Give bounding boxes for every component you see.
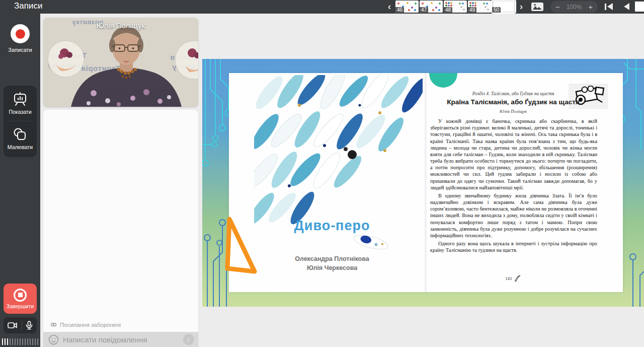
chevron-right-icon: › xyxy=(520,2,523,12)
image-button[interactable] xyxy=(529,1,545,13)
camera-icon xyxy=(8,322,18,329)
thumbnail-number: 46 xyxy=(395,7,404,13)
chat-panel: Посилання заборонені ↑ xyxy=(43,110,198,347)
sidebar: Записати Показати Малювати xyxy=(0,14,40,347)
divider xyxy=(22,321,22,330)
story-paragraph: Одного разу вона щось шукала в інтернеті… xyxy=(430,240,597,253)
slide-thumbnail-49[interactable]: 49 xyxy=(468,1,491,13)
story-paragraph: У кожній домівці є баночка, скринька або… xyxy=(430,118,597,191)
small-feather-decoration xyxy=(347,232,395,253)
record-button[interactable] xyxy=(11,24,30,43)
shapes-icon xyxy=(13,127,28,142)
end-label: Завершити xyxy=(7,303,34,309)
speaker-name: Юлія Поліщук xyxy=(43,21,198,30)
emoji-icon[interactable] xyxy=(48,334,59,345)
story-paragraph: В одному звичайному будинку жила дівчинк… xyxy=(430,192,597,239)
send-message-button[interactable]: ↑ xyxy=(183,334,194,345)
skip-start-icon xyxy=(605,4,606,10)
zoom-out-button[interactable]: − xyxy=(555,3,560,11)
thumbnail-number: 48 xyxy=(444,7,452,13)
feathers-artwork: . xyxy=(254,75,423,234)
story-author: Юлія Поліщук xyxy=(430,109,596,114)
record-label: Записати xyxy=(0,47,40,53)
presentation-board-icon xyxy=(13,92,28,107)
logo-circle xyxy=(48,41,84,77)
show-label: Показати xyxy=(9,109,31,115)
zoom-in-button[interactable]: + xyxy=(588,3,593,11)
chapter-heading: Розділ 4. Талісман, або Ґудзик на щастя xyxy=(430,91,596,96)
slide-thumbnail-strip: 46 47 48 49 50 xyxy=(395,1,515,13)
go-to-first-slide-button[interactable] xyxy=(605,2,613,11)
draw-label: Малювати xyxy=(8,144,33,150)
thumbnail-number: 47 xyxy=(420,7,428,13)
audio-level-meter xyxy=(2,338,38,345)
chat-messages-area[interactable] xyxy=(43,110,198,318)
microphone-icon xyxy=(26,321,33,330)
zoom-level: 100% xyxy=(567,4,582,11)
link-icon xyxy=(50,321,57,328)
tools-panel: Показати Малювати xyxy=(4,86,37,157)
av-controls xyxy=(4,317,37,333)
thumbnails-prev-button[interactable]: ‹ xyxy=(384,0,394,14)
stop-icon xyxy=(14,289,27,302)
page-footer: 143 xyxy=(430,275,596,282)
logo-circle xyxy=(175,41,198,79)
slide-thumbnail-48[interactable]: 48 xyxy=(444,1,467,13)
speaker-video-tile[interactable]: розвитку Територія розвитку Територія Те… xyxy=(43,18,198,107)
chevron-left-icon: ‹ xyxy=(388,2,391,12)
page-number: 143 xyxy=(505,276,512,281)
arrow-left-icon xyxy=(624,3,629,10)
presentation-slide[interactable]: . xyxy=(202,59,644,307)
speaker-photo xyxy=(43,18,198,107)
thumbnails-next-button[interactable]: › xyxy=(516,0,526,14)
top-bar: Записи ‹ 46 47 48 49 50 › xyxy=(0,0,644,14)
current-frame-indicator[interactable] xyxy=(635,2,644,12)
book-gutter xyxy=(424,73,427,292)
microphone-toggle-button[interactable] xyxy=(26,321,33,330)
slide-thumbnail-46[interactable]: 46 xyxy=(395,1,419,13)
links-forbidden-note: Посилання заборонені xyxy=(43,318,198,332)
page-title: Записи xyxy=(14,1,42,11)
record-dot-icon xyxy=(16,29,25,39)
show-presentation-button[interactable]: Показати xyxy=(4,86,37,121)
zoom-controls: − 100% + xyxy=(550,1,598,13)
thumbnail-number: 49 xyxy=(468,7,476,13)
slide-thumbnail-50-current[interactable]: 50 xyxy=(492,1,515,13)
draw-button[interactable]: Малювати xyxy=(4,121,37,156)
previous-slide-button[interactable] xyxy=(624,2,629,11)
webinar-app: Записи ‹ 46 47 48 49 50 › xyxy=(0,0,644,347)
story-title: Країна Талісманія, або Ґудзик на щастя xyxy=(430,98,596,106)
end-session-button[interactable]: Завершити xyxy=(4,284,37,314)
message-input-bar: ↑ xyxy=(43,332,198,347)
slide-thumbnail-47[interactable]: 47 xyxy=(420,1,443,13)
orange-triangle-decoration xyxy=(222,215,268,278)
speaker-person xyxy=(71,27,182,107)
book-text-page: Розділ 4. Талісман, або Ґудзик на щастя … xyxy=(430,73,596,292)
feather-doodle-icon xyxy=(514,275,521,282)
links-note-text: Посилання заборонені xyxy=(60,322,121,328)
image-icon xyxy=(531,2,544,12)
camera-toggle-button[interactable] xyxy=(8,322,18,329)
skip-start-icon xyxy=(607,3,613,10)
message-input[interactable] xyxy=(63,335,179,344)
send-arrow-icon: ↑ xyxy=(187,336,191,343)
story-text: У кожній домівці є баночка, скринька або… xyxy=(430,118,597,274)
thumbnail-number: 50 xyxy=(492,7,501,13)
